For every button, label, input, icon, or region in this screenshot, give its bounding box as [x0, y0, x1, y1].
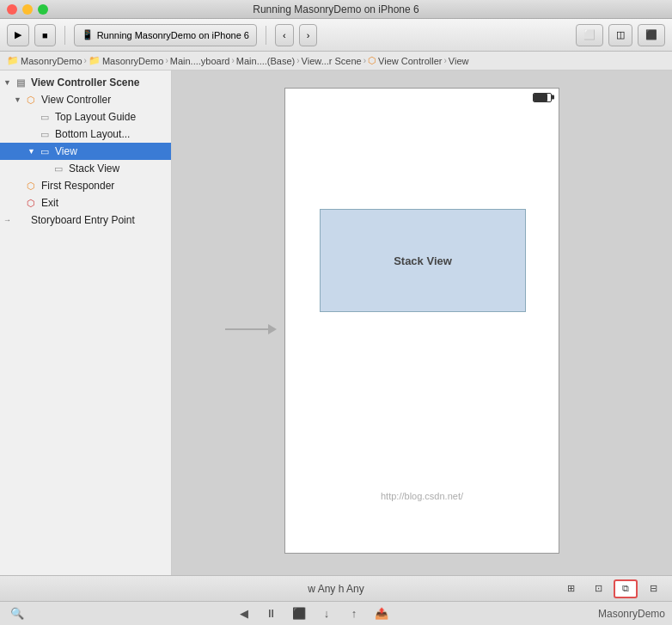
search-button[interactable]: 🔍: [7, 605, 27, 622]
breadcrumb-item-7[interactable]: View: [449, 56, 469, 66]
breadcrumb-item-2[interactable]: 📁 MasonryDemo: [89, 55, 164, 66]
step-in-button[interactable]: ↓: [316, 605, 337, 622]
bottom-toolbar: 🔍 ◀ ⏸ ⬛ ↓ ↑ 📤 MasonryDemo: [0, 601, 672, 625]
forward-button[interactable]: ›: [299, 24, 318, 46]
share-button[interactable]: 📤: [371, 605, 392, 622]
vc-icon-breadcrumb: ⬡: [368, 55, 376, 66]
stack-view-label: Stack View: [394, 254, 452, 267]
arrow-icon-entry: →: [3, 216, 14, 224]
phone-status-bar: [285, 89, 559, 106]
canvas-ctrl-1[interactable]: ⊞: [559, 579, 583, 598]
sidebar-label-exit: Exit: [41, 197, 58, 209]
canvas-ctrl-3[interactable]: ⧉: [614, 579, 638, 598]
phone-content: Stack View http://blog.csdn.net/: [285, 106, 559, 553]
sidebar-label-top-layout: Top Layout Guide: [55, 111, 136, 123]
breadcrumb: 📁 MasonryDemo › 📁 MasonryDemo › Main....…: [0, 52, 672, 70]
folder-icon-2: 📁: [89, 55, 101, 66]
arrow-icon-stack: ▶: [41, 164, 52, 173]
scene-icon: ▤: [14, 76, 27, 89]
sidebar-item-exit[interactable]: ▶ ⬡ Exit: [0, 194, 171, 211]
breadcrumb-item-6[interactable]: ⬡ View Controller: [368, 55, 442, 66]
canvas-ctrl-4[interactable]: ⊟: [641, 579, 665, 598]
run-button[interactable]: ▶: [7, 24, 29, 46]
layout-button-3[interactable]: ⬛: [638, 24, 665, 46]
sidebar-label-stack-view: Stack View: [69, 162, 119, 175]
arrow-head: [268, 324, 277, 334]
layout-button-1[interactable]: ⬜: [576, 24, 603, 46]
minimize-button[interactable]: [22, 4, 33, 15]
breadcrumb-item-1[interactable]: 📁 MasonryDemo: [7, 55, 82, 66]
sidebar-item-stack-view[interactable]: ▶ ▭ Stack View: [0, 160, 171, 177]
canvas-controls: ⊞ ⊡ ⧉ ⊟: [559, 579, 665, 598]
vc-icon: ⬡: [24, 93, 38, 107]
arrow-icon-view: ▼: [27, 147, 38, 156]
scheme-icon: 📱: [82, 29, 94, 40]
toolbar-sep-2: [266, 26, 266, 45]
bottom-layout-icon: ▭: [38, 127, 52, 141]
canvas-area: Stack View http://blog.csdn.net/: [172, 70, 672, 575]
main-layout: ▼ ▤ View Controller Scene ▼ ⬡ View Contr…: [0, 70, 672, 575]
sidebar-item-vc[interactable]: ▼ ⬡ View Controller: [0, 91, 171, 108]
sidebar-label-first-responder: First Responder: [41, 180, 114, 192]
folder-icon-1: 📁: [7, 55, 19, 66]
sidebar-label-view: View: [55, 145, 77, 157]
breadcrumb-item-4[interactable]: Main....(Base): [236, 56, 295, 66]
stack-view-icon: ▭: [52, 162, 65, 175]
entry-arrow: [225, 324, 277, 334]
sidebar-label-vc: View Controller: [41, 94, 111, 106]
size-label: w Any h Any: [308, 583, 363, 595]
step-out-button[interactable]: ↑: [344, 605, 364, 622]
scheme-label: Running MasonryDemo on iPhone 6: [97, 30, 249, 40]
watermark: http://blog.csdn.net/: [381, 491, 463, 501]
stop-button[interactable]: ■: [34, 24, 56, 46]
arrow-icon-scene: ▼: [3, 78, 14, 87]
toolbar: ▶ ■ 📱 Running MasonryDemo on iPhone 6 ‹ …: [0, 19, 672, 52]
back-button[interactable]: ‹: [275, 24, 294, 46]
breadcrumb-item-3[interactable]: Main....yboard: [170, 56, 230, 66]
arrow-icon-exit: ▶: [14, 199, 24, 207]
phone-frame: Stack View http://blog.csdn.net/: [284, 88, 559, 554]
scheme-selector[interactable]: 📱 Running MasonryDemo on iPhone 6: [74, 24, 257, 46]
sidebar-item-first-responder[interactable]: ▶ ⬡ First Responder: [0, 177, 171, 194]
sidebar: ▼ ▤ View Controller Scene ▼ ⬡ View Contr…: [0, 70, 172, 575]
step-over-button[interactable]: ⬛: [289, 605, 309, 622]
arrow-line: [225, 328, 268, 330]
maximize-button[interactable]: [38, 4, 48, 15]
title-bar: Running MasonryDemo on iPhone 6: [0, 0, 672, 19]
bottom-bar: w Any h Any ⊞ ⊡ ⧉ ⊟: [0, 575, 672, 601]
window-title: Running MasonryDemo on iPhone 6: [253, 3, 418, 15]
sidebar-item-bottom-layout[interactable]: ▶ ▭ Bottom Layout...: [0, 126, 171, 143]
back-nav-button[interactable]: ◀: [234, 605, 254, 622]
sidebar-item-vc-scene[interactable]: ▼ ▤ View Controller Scene: [0, 74, 171, 91]
canvas-ctrl-2[interactable]: ⊡: [586, 579, 610, 598]
project-label: MasonryDemo: [598, 608, 665, 620]
sidebar-item-storyboard-entry[interactable]: → Storyboard Entry Point: [0, 211, 171, 229]
battery-icon: [533, 93, 552, 102]
arrow-icon-bottom: ▶: [27, 130, 38, 138]
layout-button-2[interactable]: ◫: [608, 24, 632, 46]
view-icon: ▭: [38, 144, 52, 158]
sidebar-label-bottom-layout: Bottom Layout...: [55, 128, 130, 140]
toolbar-sep-1: [64, 26, 65, 45]
arrow-icon-fr: ▶: [14, 181, 24, 190]
sidebar-item-top-layout[interactable]: ▶ ▭ Top Layout Guide: [0, 108, 171, 126]
top-layout-icon: ▭: [38, 110, 52, 124]
sidebar-label-storyboard-entry: Storyboard Entry Point: [31, 214, 135, 226]
arrow-icon-vc: ▼: [14, 95, 24, 104]
breadcrumb-item-5[interactable]: View...r Scene: [302, 56, 362, 66]
sidebar-item-view[interactable]: ▼ ▭ View: [0, 143, 171, 160]
pause-button[interactable]: ⏸: [261, 605, 282, 622]
stack-view-box[interactable]: Stack View: [320, 209, 526, 312]
first-responder-icon: ⬡: [24, 179, 38, 193]
exit-icon: ⬡: [24, 196, 38, 210]
entry-point-icon: [14, 213, 27, 227]
close-button[interactable]: [7, 4, 17, 15]
arrow-icon-top: ▶: [27, 113, 38, 121]
traffic-lights: [7, 4, 48, 15]
sidebar-label-vc-scene: View Controller Scene: [31, 77, 140, 89]
